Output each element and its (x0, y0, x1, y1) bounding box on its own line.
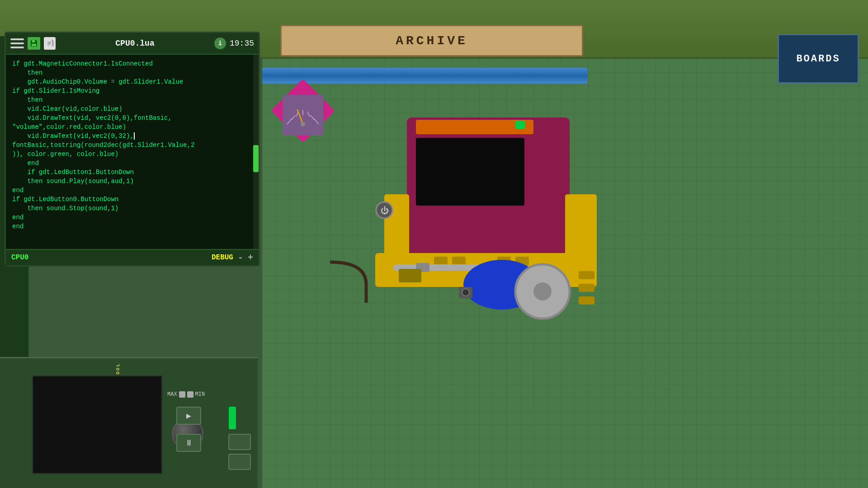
bottom-panel: MULTITOOL MAX MIN ▶ ⏸ (0, 357, 258, 488)
svg-point-28 (533, 282, 552, 300)
status-debug-label: DEBUG (212, 253, 233, 262)
doc-icon[interactable] (44, 37, 56, 50)
svg-rect-37 (32, 44, 36, 46)
debug-minus-button[interactable]: - (238, 253, 243, 263)
min-label: MIN (195, 391, 205, 398)
green-indicator-light (229, 407, 236, 429)
svg-rect-14 (416, 138, 524, 206)
code-editor: CPU0.lua i 19:35 if gdt.MagneticConnecto… (5, 32, 260, 267)
editor-code-area[interactable]: if gdt.MagneticConnector1.IsConnected th… (6, 55, 259, 235)
cable (330, 258, 420, 303)
play-button[interactable]: ▶ (176, 407, 201, 425)
gauge-meter (271, 79, 335, 151)
status-cpu-label: CPU0 (11, 253, 28, 262)
editor-scrollbar[interactable] (253, 55, 259, 267)
editor-filename: CPU0.lua (59, 39, 211, 48)
pause-button[interactable]: ⏸ (176, 434, 201, 452)
svg-rect-36 (32, 40, 35, 42)
min-button[interactable] (187, 391, 193, 398)
max-label: MAX (167, 391, 177, 398)
archive-label: ARCHIVE (396, 34, 468, 48)
pause-icon: ⏸ (185, 438, 193, 448)
editor-scroll-thumb[interactable] (253, 145, 259, 172)
svg-rect-31 (579, 296, 594, 305)
editor-titlebar: CPU0.lua i 19:35 (6, 33, 259, 55)
boards-label: BOARDS (796, 53, 840, 65)
svg-point-34 (462, 289, 469, 296)
small-button-1[interactable] (228, 434, 251, 450)
right-button-group (228, 434, 251, 470)
debug-plus-button[interactable]: + (248, 253, 253, 263)
max-button[interactable] (179, 391, 185, 398)
editor-statusbar: CPU0 DEBUG - + (6, 249, 259, 265)
svg-marker-40 (52, 39, 54, 41)
bottom-screen-display (32, 375, 163, 474)
svg-point-10 (301, 122, 305, 127)
svg-rect-13 (515, 121, 525, 129)
svg-rect-39 (52, 41, 54, 47)
svg-rect-30 (579, 284, 594, 292)
maxmin-container: MAX MIN (167, 391, 205, 398)
svg-rect-29 (579, 271, 594, 279)
svg-rect-38 (47, 39, 52, 47)
svg-text:⏻: ⏻ (381, 206, 389, 215)
play-icon: ▶ (186, 411, 191, 421)
save-icon[interactable] (28, 37, 40, 50)
editor-time: 19:35 (230, 39, 254, 48)
menu-icon[interactable] (10, 38, 24, 48)
boards-panel[interactable]: BOARDS (778, 34, 859, 84)
info-icon[interactable]: i (214, 38, 226, 49)
archive-panel[interactable]: ARCHIVE (280, 25, 583, 56)
small-button-2[interactable] (228, 454, 251, 470)
